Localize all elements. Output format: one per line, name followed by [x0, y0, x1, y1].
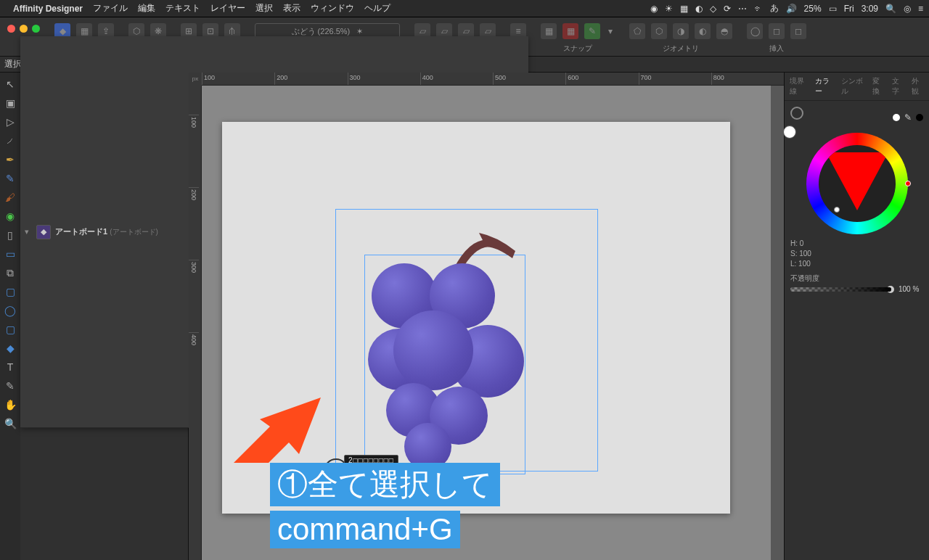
opacity-label: 不透明度 [790, 273, 923, 284]
hand-tool[interactable]: ✋ [3, 398, 17, 412]
eyedropper-tool[interactable]: ✎ [3, 379, 17, 393]
record-icon[interactable]: ◉ [650, 4, 658, 14]
spotlight-icon[interactable]: 🔍 [885, 4, 896, 14]
menu-layer[interactable]: レイヤー [210, 2, 245, 15]
fill-swatch[interactable] [783, 125, 796, 139]
move-tool[interactable]: ↖ [3, 77, 17, 91]
volume-icon[interactable]: 🔊 [786, 4, 797, 14]
menu-extra-icon[interactable]: ⋯ [738, 4, 747, 14]
zoom-tool[interactable]: 🔍 [3, 416, 17, 431]
geo-div-button[interactable]: ◓ [716, 23, 732, 39]
place-tool[interactable]: ▭ [3, 247, 17, 261]
pasteboard-edge [771, 86, 784, 560]
menu-text[interactable]: テキスト [165, 2, 200, 15]
artboard-tool[interactable]: ▣ [3, 96, 17, 110]
artboard-canvas[interactable]: 2□□□□□□□□ [222, 122, 730, 514]
menu-help[interactable]: ヘルプ [364, 2, 390, 15]
tab-stroke[interactable]: 境界線 [786, 74, 811, 99]
tab-character[interactable]: 文字 [888, 74, 908, 99]
text-tool[interactable]: T [3, 360, 17, 374]
opacity-slider[interactable]: 100 % [790, 285, 923, 293]
ime-icon[interactable]: あ [770, 2, 779, 15]
stroke-swatch[interactable] [790, 107, 803, 120]
tab-appearance[interactable]: 外観 [908, 74, 928, 99]
snap-dropdown[interactable]: ▾ [606, 23, 615, 39]
rounded-rect-tool[interactable]: ▢ [3, 322, 17, 337]
battery-level[interactable]: 25% [804, 4, 822, 14]
clock-time[interactable]: 3:09 [862, 4, 878, 14]
triangle-tool[interactable]: ◆ [3, 341, 17, 355]
snap-3-button[interactable]: ✎ [584, 23, 600, 39]
battery-icon[interactable]: ▭ [829, 4, 837, 14]
sync-icon[interactable]: ◇ [710, 4, 716, 14]
geometry-group: ⬠ ⬡ ◑ ◐ ◓ ジオメトリ [622, 20, 740, 55]
crop-tool[interactable]: ⧉ [3, 265, 17, 280]
disclosure-icon[interactable]: ▾ [25, 227, 32, 236]
hue-handle[interactable] [905, 181, 911, 186]
brush-tool[interactable]: 🖌 [3, 190, 17, 205]
lum-value: L: 100 [790, 259, 923, 269]
grape [393, 310, 473, 390]
corner-tool[interactable]: ⟋ [3, 133, 17, 148]
geo-xor-button[interactable]: ◐ [695, 23, 711, 39]
eyedropper-swatch[interactable] [893, 114, 900, 121]
pencil-tool[interactable]: ✎ [3, 171, 17, 186]
clock-day[interactable]: Fri [844, 4, 854, 14]
hue-value: H: 0 [790, 239, 923, 249]
rect-tool[interactable]: ▢ [3, 284, 17, 299]
layer-thumb: ◆ [36, 225, 51, 239]
fill-tool[interactable]: ◉ [3, 209, 17, 223]
window-maximize[interactable] [32, 25, 40, 33]
svg-marker-0 [234, 398, 321, 463]
pasteboard[interactable]: 2□□□□□□□□ ①全て選択して command+G [202, 86, 784, 560]
eyedropper-icon[interactable]: ✎ [904, 112, 912, 123]
color-panel: ✎ H: 0 S: 100 L: 100 不透明度 100 % [785, 101, 929, 299]
insert-label: 挿入 [769, 44, 784, 54]
geo-int-button[interactable]: ◑ [673, 23, 689, 39]
window-minimize[interactable] [20, 25, 28, 33]
menu-edit[interactable]: 編集 [138, 2, 155, 15]
menu-view[interactable]: 表示 [283, 2, 300, 15]
geo-sub-button[interactable]: ⬡ [651, 23, 667, 39]
insert-2-button[interactable]: ◻ [769, 23, 785, 39]
layer-suffix: (アートボード) [110, 228, 158, 236]
menubar: Affinity Designer ファイル 編集 テキスト レイヤー 選択 表… [0, 0, 929, 17]
snap-1-button[interactable]: ▦ [541, 23, 557, 39]
horizontal-ruler: 100 200 300 400 500 600 700 800 [202, 73, 784, 86]
geo-add-button[interactable]: ⬠ [629, 23, 645, 39]
menubar-status: ◉ ☀ ▦ ◐ ◇ ⟳ ⋯ ᯤ あ 🔊 25% ▭ Fri 3:09 🔍 ◎ ≡ [650, 2, 923, 15]
tab-symbols[interactable]: シンボル [838, 74, 869, 99]
siri-icon[interactable]: ◎ [904, 4, 911, 14]
annotation-arrow [234, 398, 321, 465]
snap-label: スナップ [563, 44, 592, 54]
clock-icon[interactable]: ⟳ [724, 4, 731, 14]
node-tool[interactable]: ▷ [3, 115, 17, 129]
hsl-readout: H: 0 S: 100 L: 100 [790, 239, 923, 269]
insert-1-button[interactable]: ◯ [747, 23, 763, 39]
grid-icon[interactable]: ▦ [680, 4, 688, 14]
wifi-icon[interactable]: ᯤ [754, 4, 763, 14]
sl-handle[interactable] [834, 207, 840, 213]
ellipse-tool[interactable]: ◯ [3, 303, 17, 318]
right-panel-tabs: 境界線 カラー シンボル 変換 文字 外観 [785, 73, 929, 101]
menu-window[interactable]: ウィンドウ [311, 2, 354, 15]
insert-3-button[interactable]: ◻ [790, 23, 806, 39]
layer-name: アートボード1 [55, 227, 107, 236]
app-name[interactable]: Affinity Designer [13, 4, 83, 14]
tab-color[interactable]: カラー [811, 74, 837, 99]
window-close[interactable] [7, 25, 15, 33]
black-swatch[interactable] [916, 114, 923, 121]
snap-2-button[interactable]: ▦ [562, 23, 578, 39]
transparency-tool[interactable]: ▯ [3, 228, 17, 242]
color-wheel[interactable] [806, 133, 908, 234]
canvas-area[interactable]: px 100 200 300 400 500 600 700 800 100 2… [189, 73, 784, 560]
tab-transform[interactable]: 変換 [869, 74, 888, 99]
annotation-line2: command+G [270, 511, 460, 548]
menu-file[interactable]: ファイル [93, 2, 128, 15]
app-icon[interactable]: ◐ [695, 4, 703, 14]
notification-icon[interactable]: ≡ [918, 4, 923, 14]
brightness-icon[interactable]: ☀ [665, 4, 673, 14]
pen-tool[interactable]: ✒ [3, 152, 17, 167]
swatch-row: ✎ [790, 107, 923, 128]
menu-select[interactable]: 選択 [255, 2, 273, 15]
